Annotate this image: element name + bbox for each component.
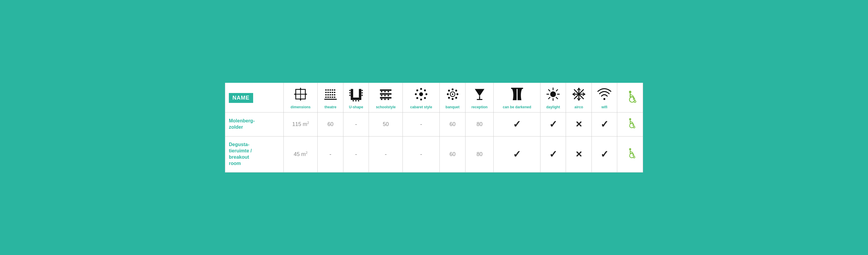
- svg-rect-23: [327, 97, 329, 98]
- molenberg-dimensions: 115 m2: [283, 112, 318, 136]
- svg-line-82: [556, 89, 558, 91]
- svg-marker-71: [475, 89, 485, 96]
- svg-point-117: [633, 156, 634, 158]
- svg-point-64: [452, 98, 453, 100]
- svg-point-57: [416, 89, 418, 91]
- molenberg-reception: 80: [465, 112, 494, 136]
- svg-rect-18: [327, 94, 329, 95]
- svg-rect-30: [351, 97, 362, 100]
- svg-rect-42: [380, 97, 392, 98]
- svg-rect-44: [384, 91, 386, 92]
- svg-rect-17: [325, 94, 327, 95]
- svg-point-63: [452, 88, 453, 90]
- col-banquet-label: banquet: [441, 105, 464, 109]
- svg-rect-50: [384, 99, 386, 100]
- svg-line-81: [556, 97, 558, 99]
- svg-line-108: [630, 121, 632, 122]
- svg-point-52: [419, 92, 423, 96]
- col-airco: airco: [566, 83, 591, 113]
- room-row-degusta: Degusta-tieruimte /breakoutroom 45 m2 - …: [225, 136, 643, 172]
- degusta-banquet: 60: [440, 136, 465, 172]
- svg-point-69: [448, 97, 450, 98]
- svg-rect-51: [388, 99, 389, 100]
- svg-rect-8: [327, 89, 329, 91]
- degusta-wifi: ✓: [591, 136, 617, 172]
- col-reception-label: reception: [467, 105, 493, 109]
- svg-marker-3: [305, 93, 307, 95]
- svg-rect-41: [380, 93, 392, 95]
- svg-rect-20: [332, 94, 333, 95]
- banquet-icon: [441, 87, 464, 103]
- col-wifi: wifi: [591, 83, 617, 113]
- col-accessible: [617, 83, 643, 113]
- wifi-icon: [593, 87, 616, 103]
- col-dimensions-label: dimensions: [285, 105, 316, 109]
- col-schoolstyle: schoolstyle: [369, 83, 403, 113]
- svg-point-55: [415, 93, 416, 95]
- col-ushape-label: U-shape: [345, 105, 367, 109]
- room-name-molenberg: Molenberg-zolder: [225, 112, 284, 136]
- schoolstyle-icon: [370, 87, 401, 103]
- degusta-cabaret: -: [403, 136, 440, 172]
- svg-point-103: [634, 100, 636, 102]
- molenberg-ushape: -: [343, 112, 369, 136]
- svg-rect-39: [358, 100, 359, 101]
- svg-rect-27: [324, 99, 337, 100]
- svg-point-75: [550, 91, 556, 97]
- reception-icon: [467, 87, 493, 103]
- svg-rect-15: [332, 92, 333, 93]
- svg-point-53: [420, 88, 422, 90]
- col-reception: reception: [465, 83, 494, 113]
- svg-rect-32: [349, 92, 351, 93]
- svg-point-65: [446, 93, 448, 95]
- svg-rect-9: [329, 89, 331, 91]
- molenberg-schoolstyle: 50: [369, 112, 403, 136]
- molenberg-accessible: [617, 112, 643, 136]
- degusta-schoolstyle: -: [369, 136, 403, 172]
- svg-rect-14: [329, 92, 331, 93]
- svg-rect-7: [325, 89, 327, 91]
- svg-line-115: [630, 151, 632, 152]
- col-theatre: theatre: [318, 83, 343, 113]
- svg-rect-45: [388, 91, 389, 92]
- col-daylight-label: daylight: [542, 105, 564, 109]
- svg-rect-31: [349, 90, 351, 91]
- degusta-dimensions: 45 m2: [283, 136, 318, 172]
- svg-marker-6: [300, 99, 302, 101]
- molenberg-airco: ✕: [566, 112, 591, 136]
- main-table-wrapper: NAME: [224, 82, 644, 173]
- col-airco-label: airco: [567, 105, 590, 109]
- svg-rect-48: [388, 95, 389, 96]
- col-ushape: U-shape: [343, 83, 369, 113]
- svg-point-96: [603, 98, 605, 100]
- degusta-theatre: -: [318, 136, 343, 172]
- svg-line-80: [549, 89, 550, 91]
- col-wifi-label: wifi: [593, 105, 616, 109]
- name-header: NAME: [225, 83, 284, 113]
- svg-rect-16: [334, 92, 335, 93]
- svg-rect-43: [381, 91, 382, 92]
- daylight-icon: [542, 87, 564, 103]
- col-banquet: banquet: [440, 83, 465, 113]
- svg-point-58: [424, 89, 426, 91]
- ushape-icon: [345, 87, 367, 103]
- svg-rect-28: [351, 89, 353, 97]
- col-theatre-label: theatre: [319, 105, 342, 109]
- svg-rect-72: [479, 96, 480, 99]
- header-row: NAME: [225, 83, 643, 113]
- svg-point-56: [426, 93, 427, 95]
- svg-rect-49: [381, 99, 382, 100]
- svg-rect-22: [325, 97, 327, 98]
- col-cabaret-label: cabaret style: [404, 105, 438, 109]
- svg-rect-74: [511, 88, 523, 89]
- svg-rect-26: [334, 97, 335, 98]
- molenberg-darkened: ✓: [494, 112, 540, 136]
- room-name-degusta: Degusta-tieruimte /breakoutroom: [225, 136, 284, 172]
- name-badge: NAME: [229, 93, 253, 103]
- svg-rect-24: [329, 97, 331, 98]
- degusta-reception: 80: [465, 136, 494, 172]
- dimensions-icon: [285, 87, 316, 103]
- svg-point-70: [455, 97, 457, 98]
- svg-line-83: [549, 97, 550, 99]
- airco-icon: [567, 87, 590, 103]
